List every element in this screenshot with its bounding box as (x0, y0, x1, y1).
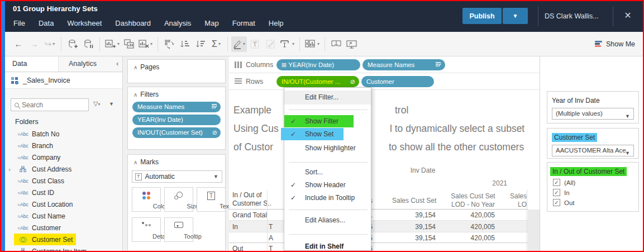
toolbar-separator (158, 37, 158, 51)
expand-icon[interactable]: › (5, 166, 14, 173)
collapse-pane-icon[interactable]: ‹ (109, 56, 122, 72)
collapse-caret-icon[interactable]: ∧ (133, 159, 137, 165)
field-cust-class[interactable]: =AbcCust Class (5, 175, 122, 187)
menu-format[interactable]: Format (226, 17, 262, 29)
share-download-icon[interactable] (328, 36, 344, 52)
filter-fields-icon[interactable]: ▽▾ (93, 100, 100, 107)
filter-option-in[interactable]: ✓In (552, 189, 634, 196)
mark-type-dropdown[interactable]: T Automatic ▼ (132, 170, 222, 183)
customer-set-dropdown[interactable]: AACUSTOMER Alta Ace▼ (552, 145, 634, 156)
field-cust-name[interactable]: =AbcCust Name (5, 210, 122, 222)
expand-plus-icon[interactable]: ⊞ (282, 61, 288, 68)
field-branch[interactable]: =AbcBranch (5, 140, 122, 151)
edit-annotation-icon[interactable] (263, 36, 278, 52)
datasource-row[interactable]: _Sales_Invoice (5, 73, 122, 89)
field-cust-location[interactable]: =AbcCust Location (5, 198, 122, 210)
replay-button[interactable]: ↪▾ (42, 36, 58, 52)
menu-item-sort[interactable]: Sort... (284, 167, 371, 179)
filter-option-all[interactable]: ✓(All) (552, 179, 634, 186)
fit-view-icon[interactable]: ▾ (303, 36, 321, 52)
field-customer-set[interactable]: Customer Set (5, 234, 122, 245)
text-button[interactable]: T Text (197, 187, 226, 212)
publish-dropdown-button[interactable]: ▼ (503, 8, 528, 24)
duplicate-sheet-icon[interactable] (121, 36, 137, 52)
detail-button[interactable]: Detail (132, 217, 161, 242)
collapse-caret-icon[interactable]: ∧ (133, 64, 137, 70)
menu-item-edit-aliases[interactable]: Edit Aliases... (284, 215, 371, 227)
show-me-button[interactable]: Show Me (595, 32, 635, 56)
totals-icon[interactable]: Σ▾ (208, 36, 224, 52)
filter-card-customer-set[interactable]: Customer Set AACUSTOMER Alta Ace▼ (547, 128, 639, 159)
menu-dashboard[interactable]: Dashboard (108, 17, 158, 29)
checkbox-checked-icon[interactable]: ✓ (553, 189, 560, 196)
tab-data[interactable]: Data (5, 56, 59, 72)
columns-shelf[interactable]: Columns ⊞ YEAR(Inv Date) Measure Names (229, 56, 541, 73)
search-box[interactable] (11, 98, 89, 111)
filter-pill-measure-names[interactable]: Measure Names (132, 102, 221, 112)
menu-data[interactable]: Data (32, 17, 60, 29)
new-worksheet-icon[interactable]: ▾ (103, 36, 121, 52)
undo-button[interactable]: ← (11, 36, 26, 52)
swap-rows-columns-icon[interactable] (161, 36, 177, 52)
clear-sheet-icon[interactable]: ▾ (137, 36, 154, 52)
new-datasource-icon[interactable] (65, 36, 80, 52)
sheet-title-fragment: Using Cus (233, 123, 279, 135)
show-mark-labels-icon[interactable]: T (247, 36, 263, 52)
menu-item-show-filter[interactable]: ✓Show Filter (284, 116, 371, 128)
menu-analysis[interactable]: Analysis (158, 17, 198, 29)
highlight-icon[interactable]: ▾ (231, 36, 247, 52)
marks-card[interactable]: ∧Marks T Automatic ▼ Color Size T Text D… (127, 154, 226, 250)
filter-pill-inout-customer-set[interactable]: IN/OUT(Customer Set)⊘ (132, 127, 221, 138)
checkbox-checked-icon[interactable]: ✓ (553, 179, 560, 186)
menu-file[interactable]: File (7, 17, 32, 29)
pill-measure-names[interactable]: Measure Names (362, 59, 445, 70)
pill-customer[interactable]: Customer (361, 76, 434, 87)
row-label[interactable]: Out (232, 245, 243, 251)
rows-shelf[interactable]: Rows IN/OUT(Customer ...⊘ Customer (229, 73, 541, 90)
color-button[interactable]: Color (132, 187, 161, 212)
filter-card-year-inv-date[interactable]: Year of Inv Date (Multiple values)▼ (547, 91, 639, 123)
field-company[interactable]: =AbcCompany (5, 151, 122, 163)
signed-in-user[interactable]: DS Clark Wallis... (545, 12, 612, 20)
collapse-caret-icon[interactable]: ∧ (133, 92, 137, 98)
sort-ascending-icon[interactable] (177, 36, 193, 52)
menu-worksheet[interactable]: Worksheet (60, 17, 108, 29)
menu-item-include-in-tooltip[interactable]: ✓Include in Tooltip (284, 192, 371, 205)
pause-auto-updates-icon[interactable] (80, 36, 96, 52)
menu-item-show-highlighter[interactable]: Show Highlighter (284, 142, 371, 155)
filter-card-in-out-customer-set[interactable]: In / Out of Customer Set ✓(All) ✓In ✓Out (547, 162, 639, 212)
search-input[interactable] (22, 101, 75, 109)
checkbox-checked-icon[interactable]: ✓ (553, 199, 560, 206)
pill-year-inv-date[interactable]: ⊞ YEAR(Inv Date) (276, 59, 360, 70)
filters-shelf[interactable]: ∧Filters Measure Names YEAR(Inv Date) IN… (127, 87, 226, 150)
presentation-mode-icon[interactable] (344, 36, 360, 52)
pill-inout-customer-set[interactable]: IN/OUT(Customer ...⊘ (276, 76, 359, 87)
menu-map[interactable]: Map (198, 17, 225, 29)
field-customer[interactable]: =AbcCustomer (5, 222, 122, 234)
tooltip-button[interactable]: Tooltip (164, 217, 193, 242)
redo-button[interactable]: → (26, 36, 42, 52)
year-filter-dropdown[interactable]: (Multiple values)▼ (552, 108, 634, 120)
field-cust-address[interactable]: ›Cust Address (5, 163, 122, 175)
menu-item-edit-in-shelf[interactable]: Edit in Shelf (284, 241, 371, 252)
close-icon[interactable]: ✕ (621, 10, 635, 21)
expand-icon[interactable]: › (5, 248, 14, 252)
row-label[interactable]: In (232, 223, 238, 231)
field-batch-no[interactable]: =AbcBatch No (5, 128, 122, 140)
menu-help[interactable]: Help (262, 17, 290, 29)
pages-shelf[interactable]: ∧Pages (127, 59, 226, 83)
pane-options-icon[interactable]: ▼ (109, 101, 114, 107)
filter-pill-year-inv-date[interactable]: YEAR(Inv Date) (132, 115, 221, 125)
menu-item-show-header[interactable]: ✓Show Header (284, 179, 371, 192)
menu-item-show-set[interactable]: ✓Show Set (284, 129, 371, 141)
field-cust-id[interactable]: =AbcCust ID (5, 187, 122, 198)
field-customer-inv-item[interactable]: ›Customer Inv Item (5, 245, 122, 252)
tab-analytics[interactable]: Analytics (59, 56, 109, 72)
menu-item-edit-filter[interactable]: Edit Filter... (284, 91, 371, 104)
publish-button[interactable]: Publish (462, 8, 502, 24)
size-button[interactable]: Size (164, 187, 193, 212)
fix-axes-icon[interactable]: ▾ (278, 36, 296, 52)
sort-descending-icon[interactable] (193, 36, 208, 52)
filter-option-out[interactable]: ✓Out (552, 199, 634, 206)
row-label[interactable]: Grand Total (232, 211, 267, 219)
